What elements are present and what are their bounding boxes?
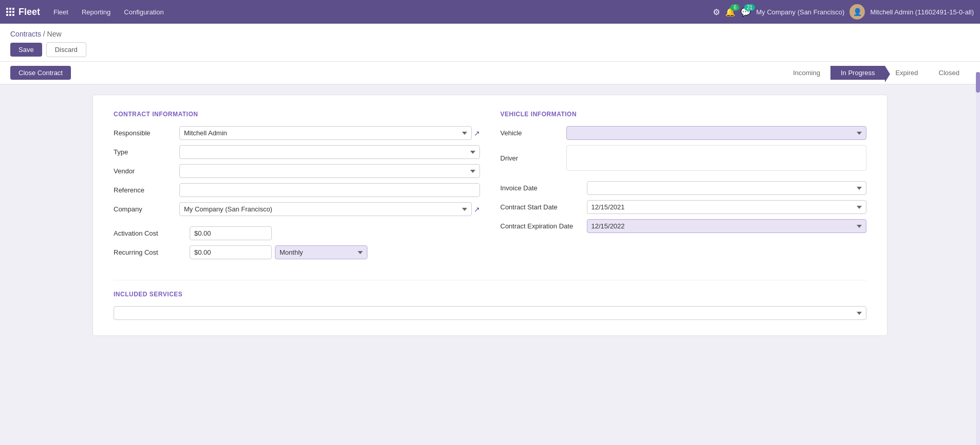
- status-closed[interactable]: Closed: [929, 66, 970, 80]
- services-title: Included Services: [114, 291, 866, 298]
- messages-badge: 21: [744, 4, 755, 11]
- vehicle-input-group: [566, 126, 867, 140]
- discard-button[interactable]: Discard: [46, 42, 86, 57]
- contract-expiry-row: Contract Expiration Date 12/15/2022: [501, 219, 867, 233]
- main-content: Contract Information Responsible Mitchel…: [0, 84, 980, 445]
- avatar: 👤: [849, 4, 865, 20]
- contract-expiry-label: Contract Expiration Date: [501, 222, 583, 230]
- invoice-date-label: Invoice Date: [501, 184, 583, 192]
- messages-btn[interactable]: 💬 21: [741, 7, 751, 17]
- reference-input[interactable]: [179, 183, 480, 197]
- company-row: Company My Company (San Francisco) ↗: [114, 202, 480, 216]
- vehicle-row: Vehicle: [501, 126, 867, 140]
- invoice-date-row: Invoice Date: [501, 181, 867, 195]
- recurring-freq-select[interactable]: Monthly: [275, 245, 367, 259]
- company-external-link[interactable]: ↗: [474, 205, 480, 213]
- activation-cost-input[interactable]: $0.00: [190, 226, 272, 240]
- app-brand[interactable]: Fleet: [6, 7, 40, 17]
- vendor-input-group: [179, 164, 480, 178]
- reference-label: Reference: [114, 186, 175, 194]
- save-button[interactable]: Save: [10, 43, 42, 57]
- nav-reporting[interactable]: Reporting: [77, 6, 116, 18]
- reference-input-group: [179, 183, 480, 197]
- type-input-group: [179, 145, 480, 159]
- company-label: Company: [114, 205, 175, 213]
- date-section: Invoice Date Contract Start Date 12/15/2…: [501, 181, 867, 233]
- recurring-cost-label: Recurring Cost: [114, 248, 186, 256]
- vendor-row: Vendor: [114, 164, 480, 178]
- driver-row: Driver: [501, 145, 867, 171]
- settings-icon-btn[interactable]: ⚙: [713, 7, 720, 17]
- vendor-label: Vendor: [114, 167, 175, 175]
- responsible-input-group: Mitchell Admin ↗: [179, 126, 480, 140]
- notifications-badge: 6: [730, 4, 739, 11]
- contract-start-label: Contract Start Date: [501, 203, 583, 211]
- company-input-group: My Company (San Francisco) ↗: [179, 202, 480, 216]
- navbar-right: ⚙ 🔔 6 💬 21 My Company (San Francisco) 👤 …: [713, 4, 974, 20]
- recurring-cost-input[interactable]: $0.00: [190, 245, 272, 259]
- form-top-row: Contract Information Responsible Mitchel…: [114, 111, 866, 264]
- type-label: Type: [114, 148, 175, 156]
- breadcrumb-current: New: [47, 30, 62, 38]
- close-contract-button[interactable]: Close Contract: [10, 66, 71, 80]
- company-name: My Company (San Francisco): [756, 8, 844, 16]
- status-expired[interactable]: Expired: [885, 66, 928, 80]
- page-scrollbar[interactable]: [976, 72, 980, 445]
- driver-input-group: [566, 145, 867, 171]
- navbar: Fleet Fleet Reporting Configuration ⚙ 🔔 …: [0, 0, 980, 24]
- vendor-select[interactable]: [179, 164, 480, 178]
- reference-row: Reference: [114, 183, 480, 197]
- breadcrumb-parent[interactable]: Contracts: [10, 30, 41, 38]
- company-select[interactable]: My Company (San Francisco): [179, 202, 472, 216]
- activation-cost-inputs: $0.00: [190, 226, 480, 240]
- activation-cost-label: Activation Cost: [114, 229, 186, 237]
- scrollbar-thumb[interactable]: [976, 72, 980, 93]
- vehicle-select[interactable]: [566, 126, 867, 140]
- vehicle-label: Vehicle: [501, 129, 562, 137]
- responsible-select[interactable]: Mitchell Admin: [179, 126, 472, 140]
- status-bar: Close Contract Incoming In Progress Expi…: [0, 62, 980, 84]
- contract-start-input-group: 12/15/2021: [587, 200, 867, 214]
- grid-icon: [6, 8, 14, 16]
- recurring-cost-inputs: $0.00 Monthly: [190, 245, 480, 259]
- nav-fleet[interactable]: Fleet: [48, 6, 73, 18]
- app-name: Fleet: [19, 7, 40, 17]
- contract-info-section: Contract Information Responsible Mitchel…: [114, 111, 480, 264]
- services-select[interactable]: [114, 306, 866, 320]
- responsible-label: Responsible: [114, 129, 175, 137]
- cost-section: Activation Cost $0.00 Recurring Cost $0.…: [114, 226, 480, 259]
- contract-expiry-input-group: 12/15/2022: [587, 219, 867, 233]
- contract-expiry-select[interactable]: 12/15/2022: [587, 219, 867, 233]
- action-bar: Save Discard: [10, 42, 970, 57]
- nav-configuration[interactable]: Configuration: [119, 6, 169, 18]
- vehicle-info-section: Vehicle Information Vehicle Driver: [501, 111, 867, 264]
- responsible-external-link[interactable]: ↗: [474, 129, 480, 137]
- invoice-date-input-group: [587, 181, 867, 195]
- status-incoming[interactable]: Incoming: [783, 66, 830, 80]
- vehicle-info-title: Vehicle Information: [501, 111, 867, 118]
- contract-start-row: Contract Start Date 12/15/2021: [501, 200, 867, 214]
- contract-start-select[interactable]: 12/15/2021: [587, 200, 867, 214]
- breadcrumb-separator: /: [43, 30, 45, 38]
- user-name: Mitchell Admin (11602491-15-0-all): [870, 8, 974, 16]
- type-row: Type: [114, 145, 480, 159]
- responsible-row: Responsible Mitchell Admin ↗: [114, 126, 480, 140]
- services-section: Included Services: [114, 280, 866, 320]
- recurring-cost-row: Recurring Cost $0.00 Monthly: [114, 245, 480, 259]
- form-card: Contract Information Responsible Mitchel…: [93, 95, 887, 336]
- status-in-progress[interactable]: In Progress: [830, 66, 885, 80]
- driver-label: Driver: [501, 154, 562, 162]
- invoice-date-select[interactable]: [587, 181, 867, 195]
- type-select[interactable]: [179, 145, 480, 159]
- driver-field[interactable]: [566, 145, 867, 171]
- contract-info-title: Contract Information: [114, 111, 480, 118]
- activation-cost-row: Activation Cost $0.00: [114, 226, 480, 240]
- breadcrumb: Contracts / New: [10, 30, 970, 38]
- status-steps: Incoming In Progress Expired Closed: [783, 66, 970, 80]
- notifications-btn[interactable]: 🔔 6: [725, 7, 735, 17]
- breadcrumb-bar: Contracts / New Save Discard: [0, 24, 980, 62]
